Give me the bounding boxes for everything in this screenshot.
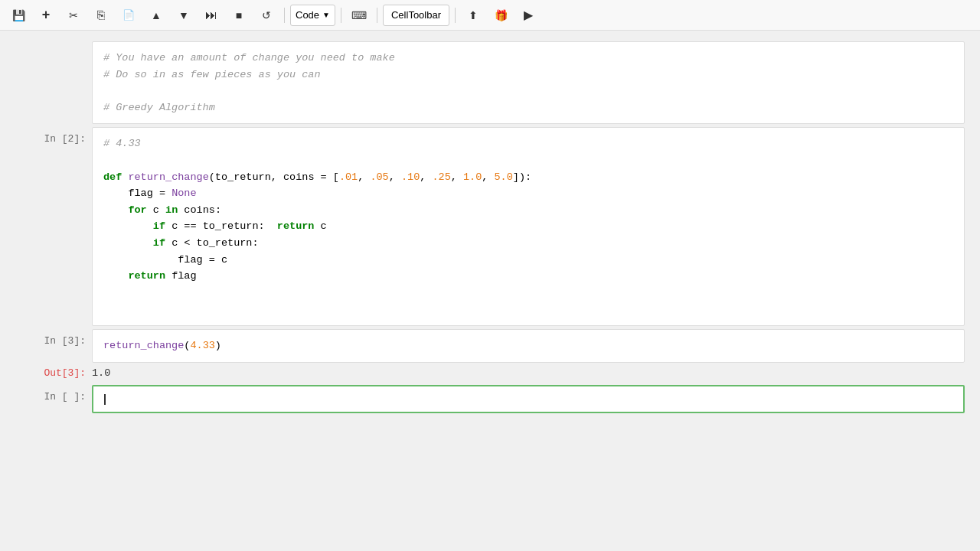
return1-val: c xyxy=(321,220,327,232)
cell-type-label: Code xyxy=(296,9,319,21)
cell-in2-code[interactable]: # 4.33 def return_change(to_return, coin… xyxy=(93,128,964,325)
num-010: .10 xyxy=(401,171,420,183)
cell-type-dropdown[interactable]: Code ▼ xyxy=(290,5,335,26)
cell-comment: # You have an amount of change you need … xyxy=(15,41,965,124)
num-50: 5.0 xyxy=(494,171,512,183)
var-c: c xyxy=(153,204,159,216)
gift-button[interactable]: 🎁 xyxy=(488,5,513,26)
cell-toolbar-button[interactable]: CellToolbar xyxy=(383,5,449,26)
cell-in3-label: In [3]: xyxy=(15,329,92,347)
kw-none: None xyxy=(172,187,196,199)
separator-4 xyxy=(455,8,456,23)
paste-button[interactable]: 📄 xyxy=(116,5,141,26)
notebook-toolbar: 💾 + ✂ ⎘ 📄 ▲ ▼ ⏭ ■ ↺ Code ▼ ⌨ CellToolbar… xyxy=(0,0,980,31)
restart-button[interactable]: ↺ xyxy=(254,5,279,26)
param-coins: coins xyxy=(283,171,315,183)
cell-in4-content[interactable] xyxy=(92,385,965,414)
chevron-down-icon: ▼ xyxy=(322,11,330,19)
cell-in4-label: In [ ]: xyxy=(15,385,92,403)
cell-in4-code[interactable] xyxy=(93,386,963,412)
notebook-area: # You have an amount of change you need … xyxy=(0,31,980,551)
in2-comment: # 4.33 xyxy=(103,138,141,149)
if1-cond: c == to_return xyxy=(172,220,258,232)
output-3: Out[3]: 1.0 xyxy=(15,366,965,379)
move-up-button[interactable]: ▲ xyxy=(144,5,168,26)
fast-forward-button[interactable]: ⏭ xyxy=(199,5,224,26)
kw-return2: return xyxy=(128,270,165,282)
cell-in2-content[interactable]: # 4.33 def return_change(to_return, coin… xyxy=(92,127,965,326)
num-025: .25 xyxy=(432,171,450,183)
keyboard-button[interactable]: ⌨ xyxy=(347,5,371,26)
output-3-label: Out[3]: xyxy=(15,366,92,379)
move-down-button[interactable]: ▼ xyxy=(172,5,196,26)
kw-def: def xyxy=(103,171,122,183)
cell-in3-code[interactable]: return_change(4.33) xyxy=(93,330,964,362)
call-return-change: return_change xyxy=(103,340,184,351)
cell-comment-content[interactable]: # You have an amount of change you need … xyxy=(92,41,965,124)
cell-toolbar-label: CellToolbar xyxy=(391,9,441,21)
run-button[interactable]: ▶ xyxy=(516,5,541,26)
param-to-return: to_return xyxy=(215,171,271,183)
output-3-value: 1.0 xyxy=(92,366,110,379)
kw-in: in xyxy=(165,204,178,216)
separator-3 xyxy=(377,8,377,23)
kw-if2: if xyxy=(153,237,165,249)
num-001: .01 xyxy=(339,171,358,183)
kw-for: for xyxy=(128,204,146,216)
cell-comment-code[interactable]: # You have an amount of change you need … xyxy=(93,42,964,123)
add-cell-button[interactable]: + xyxy=(34,5,58,26)
comment-line-2: # Do so in as few pieces as you can xyxy=(103,69,321,80)
upload-button[interactable]: ⬆ xyxy=(461,5,485,26)
cell-in2-label: In [2]: xyxy=(15,127,92,145)
fn-return-change: return_change xyxy=(128,171,208,183)
kw-if1: if xyxy=(153,220,165,232)
text-cursor xyxy=(104,394,106,405)
comment-line-3: # Greedy Algorithm xyxy=(103,102,215,113)
if2-cond: c < to_return xyxy=(172,237,252,249)
var-coins: coins xyxy=(184,204,215,216)
stop-button[interactable]: ■ xyxy=(227,5,251,26)
cut-button[interactable]: ✂ xyxy=(61,5,86,26)
return2-val: flag xyxy=(172,270,196,282)
separator-1 xyxy=(284,8,285,23)
var-flag: flag xyxy=(128,187,152,199)
cell-in2: In [2]: # 4.33 def return_change(to_retu… xyxy=(15,127,965,326)
num-10: 1.0 xyxy=(463,171,482,183)
kw-return1: return xyxy=(277,220,315,232)
separator-2 xyxy=(341,8,341,23)
copy-button[interactable]: ⎘ xyxy=(89,5,113,26)
cell-in3-content[interactable]: return_change(4.33) xyxy=(92,329,965,363)
call-arg: 4.33 xyxy=(190,340,214,351)
cell-in3: In [3]: return_change(4.33) xyxy=(15,329,965,363)
cell-in4: In [ ]: xyxy=(15,385,965,414)
cell-comment-label xyxy=(15,41,92,59)
save-button[interactable]: 💾 xyxy=(6,5,31,26)
flag-assign: flag = c xyxy=(178,254,227,266)
comment-line-1: # You have an amount of change you need … xyxy=(103,52,395,64)
num-005: .05 xyxy=(370,171,388,183)
